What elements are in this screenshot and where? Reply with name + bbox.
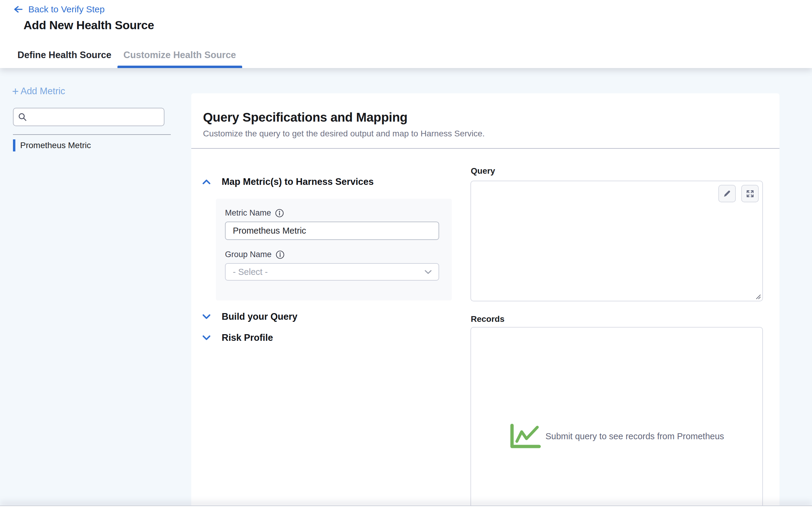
panel-title: Query Specifications and Mapping [203,110,407,125]
info-icon[interactable] [276,250,285,259]
sidebar-divider [13,134,171,135]
active-tab-underline [117,66,242,68]
records-empty-state: Submit query to see records from Prometh… [471,423,762,449]
back-arrow-icon [12,4,23,14]
page-header: Back to Verify Step Add New Health Sourc… [0,0,812,42]
search-icon [18,112,27,122]
select-chevron-icon [424,270,432,274]
section-label: Map Metric(s) to Harness Services [222,176,374,187]
group-name-select[interactable]: - Select - [225,263,439,280]
edit-query-button[interactable] [718,185,736,202]
plus-icon: + [12,87,19,96]
records-empty-message: Submit query to see records from Prometh… [546,431,724,441]
section-label: Risk Profile [222,332,273,343]
edit-pencil-icon [723,189,731,198]
add-metric-label: Add Metric [21,86,65,97]
panel-subtitle: Customize the query to get the desired o… [203,129,485,139]
group-name-placeholder: - Select - [233,267,268,277]
tab-customize-health-source[interactable]: Customize Health Source [117,42,242,68]
info-icon[interactable] [275,209,284,218]
expand-query-button[interactable] [741,185,759,202]
metric-name-input[interactable] [225,221,439,240]
query-textarea[interactable] [472,182,731,300]
health-source-tabbar: Define Health Source Customize Health So… [0,42,812,68]
metric-search-input[interactable] [13,108,165,126]
group-name-label: Group Name [225,250,272,259]
expand-icon [746,190,754,198]
back-to-verify-step-link[interactable]: Back to Verify Step [12,4,105,14]
footer-bar [0,506,812,510]
query-label: Query [471,166,495,176]
metrics-sidebar: + Add Metric Prometheus Metric [0,68,191,506]
metric-name-label: Metric Name [225,208,271,218]
records-label: Records [471,314,504,324]
resize-handle-icon[interactable] [754,293,761,300]
section-map-metrics-toggle[interactable]: Map Metric(s) to Harness Services [202,176,374,187]
query-specifications-panel: Query Specifications and Mapping Customi… [191,93,780,506]
section-label: Build your Query [222,311,297,322]
records-box: Submit query to see records from Prometh… [470,327,763,506]
page-title: Add New Health Source [24,19,154,32]
map-metrics-form-card: Metric Name Group Name - Select - [216,199,452,300]
add-metric-button[interactable]: + Add Metric [12,86,65,97]
tab-label: Define Health Source [18,50,111,61]
line-chart-icon [509,423,541,449]
tab-define-health-source[interactable]: Define Health Source [11,42,117,68]
metric-list-item-prometheus[interactable]: Prometheus Metric [13,140,91,151]
panel-divider [191,148,780,149]
chevron-down-icon [202,314,210,320]
section-build-query-toggle[interactable]: Build your Query [202,311,297,322]
metric-item-label: Prometheus Metric [20,141,91,150]
query-editor-box [470,181,763,301]
chevron-up-icon [202,179,210,185]
back-link-label: Back to Verify Step [28,4,105,14]
section-risk-profile-toggle[interactable]: Risk Profile [202,332,273,343]
selected-metric-indicator [13,140,16,151]
tab-label: Customize Health Source [123,50,236,61]
chevron-down-icon [202,335,210,340]
